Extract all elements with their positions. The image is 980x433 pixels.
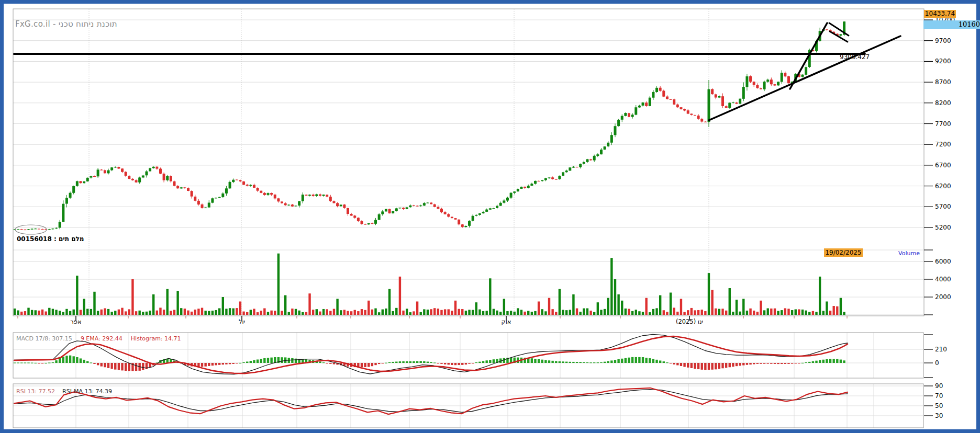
volume-bar bbox=[302, 312, 304, 315]
volume-bar bbox=[572, 294, 574, 315]
macd-histogram-bar bbox=[826, 359, 828, 363]
volume-bar bbox=[465, 311, 467, 315]
candle-body bbox=[589, 159, 592, 161]
candle-body bbox=[287, 205, 290, 206]
volume-bar bbox=[176, 291, 179, 315]
macd-histogram-bar bbox=[295, 359, 297, 363]
candle-body bbox=[131, 179, 134, 180]
candle-body bbox=[721, 96, 724, 106]
volume-bar bbox=[433, 308, 436, 315]
volume-bar bbox=[163, 310, 165, 315]
pane-border bbox=[13, 9, 924, 316]
volume-bar bbox=[742, 299, 744, 315]
macd-histogram-bar bbox=[555, 361, 557, 363]
volume-bar bbox=[468, 310, 470, 315]
volume-bar bbox=[312, 310, 314, 315]
macd-histogram-bar bbox=[93, 363, 95, 364]
candle-body bbox=[749, 76, 752, 82]
volume-bar bbox=[274, 311, 276, 315]
candle-body bbox=[700, 119, 703, 121]
candle-body bbox=[41, 229, 44, 230]
candle-body bbox=[236, 179, 238, 180]
price-volume-pane bbox=[13, 9, 924, 316]
macd-histogram-bar bbox=[795, 363, 797, 363]
macd-histogram-bar bbox=[840, 360, 842, 363]
macd-histogram-bar bbox=[267, 358, 269, 363]
candle-body bbox=[62, 204, 64, 222]
candle-body bbox=[191, 191, 193, 197]
volume-bar bbox=[680, 299, 682, 315]
volume-bar bbox=[326, 309, 328, 315]
macd-histogram-bar bbox=[437, 363, 439, 363]
macd-histogram-bar bbox=[589, 362, 592, 363]
candle-body bbox=[708, 89, 710, 122]
candle-body bbox=[392, 211, 394, 213]
candle-body bbox=[357, 218, 360, 221]
volume-bar bbox=[374, 309, 376, 315]
volume-bar bbox=[27, 308, 29, 315]
candle-body bbox=[395, 208, 398, 211]
volume-bar bbox=[555, 312, 557, 315]
volume-bar bbox=[607, 298, 609, 315]
axis-tick-label: 6700 bbox=[935, 162, 951, 169]
volume-bar bbox=[538, 302, 540, 315]
volume-bar bbox=[399, 277, 401, 315]
candle-body bbox=[305, 195, 307, 196]
volume-bar bbox=[90, 309, 92, 315]
candle-body bbox=[624, 113, 627, 116]
candle-body bbox=[187, 188, 190, 191]
volume-bar bbox=[787, 309, 789, 315]
volume-bar bbox=[569, 310, 571, 315]
macd-histogram-bar bbox=[121, 363, 123, 370]
volume-bar bbox=[31, 310, 33, 315]
macd-histogram-bar bbox=[610, 360, 612, 363]
candle-body bbox=[433, 204, 436, 207]
candle-body bbox=[419, 206, 422, 206]
volume-bar bbox=[795, 309, 797, 315]
volume-bar bbox=[38, 311, 40, 315]
macd-histogram-bar bbox=[83, 360, 85, 363]
rsi-line bbox=[14, 388, 848, 414]
candle-body bbox=[14, 229, 16, 230]
candle-body bbox=[534, 181, 537, 184]
candle-body bbox=[694, 115, 696, 116]
macd-header: MACD 17/8: 307.159 EMA: 292.44Histogram:… bbox=[16, 335, 190, 342]
candle-body bbox=[530, 184, 533, 186]
macd-histogram-bar bbox=[110, 363, 113, 369]
volume-bar bbox=[385, 309, 387, 315]
volume-bar bbox=[284, 295, 286, 315]
candle-body bbox=[79, 181, 82, 183]
candle-body bbox=[232, 180, 235, 182]
candle-body bbox=[17, 229, 19, 230]
macd-histogram-bar bbox=[645, 358, 647, 363]
volume-bar bbox=[194, 310, 196, 315]
macd-histogram-bar bbox=[642, 357, 644, 363]
volume-bar bbox=[440, 310, 442, 315]
price-level-badge: 10433.74 bbox=[924, 10, 956, 18]
volume-bar bbox=[645, 298, 647, 315]
candle-body bbox=[215, 198, 217, 199]
macd-histogram-bar bbox=[541, 360, 543, 363]
candle-body bbox=[461, 224, 464, 227]
candle-body bbox=[423, 203, 426, 206]
volume-bar bbox=[83, 299, 85, 315]
volume-bar bbox=[451, 311, 453, 315]
volume-bar bbox=[631, 311, 633, 315]
macd-histogram-bar bbox=[388, 362, 391, 363]
volume-bar bbox=[732, 312, 734, 315]
candle-body bbox=[451, 217, 453, 218]
macd-histogram-bar bbox=[448, 363, 450, 364]
volume-bar bbox=[579, 312, 581, 315]
volume-bar bbox=[708, 273, 710, 315]
candle-body bbox=[739, 99, 741, 104]
macd-histogram-bar bbox=[232, 363, 234, 364]
chart-canvas[interactable]: 1020097009200870082007700720067006200570… bbox=[4, 4, 980, 433]
volume-bar bbox=[52, 309, 54, 315]
macd-histogram-bar bbox=[562, 361, 564, 363]
macd-histogram-bar bbox=[451, 363, 453, 365]
volume-bar bbox=[197, 309, 199, 315]
macd-histogram-bar bbox=[576, 362, 578, 363]
macd-histogram-bar bbox=[635, 357, 637, 363]
macd-histogram-bar bbox=[101, 363, 103, 367]
macd-histogram-bar bbox=[659, 360, 661, 363]
